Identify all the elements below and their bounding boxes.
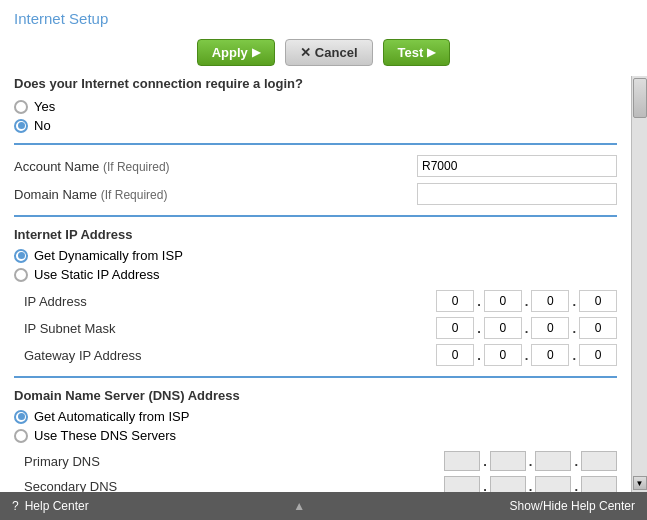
no-label: No: [34, 118, 51, 133]
scroll-area[interactable]: Does your Internet connection require a …: [0, 76, 631, 492]
gateway-octet-1[interactable]: [436, 344, 474, 366]
page-title: Internet Setup: [0, 0, 647, 33]
dns-auto-label[interactable]: Get Automatically from ISP: [14, 409, 617, 424]
account-section: Account Name (If Required) Domain Name (…: [14, 155, 617, 205]
show-hide-label: Show/Hide Help Center: [510, 499, 635, 513]
apply-label: Apply: [212, 45, 248, 60]
ip-section-title: Internet IP Address: [14, 227, 617, 242]
primary-dns-inputs: . . .: [444, 451, 617, 471]
subnet-inputs: . . .: [436, 317, 617, 339]
help-center-label: Help Center: [25, 499, 89, 513]
secondary-dns-octet-2[interactable]: [490, 476, 526, 492]
domain-name-row: Domain Name (If Required): [14, 183, 617, 205]
ip-octet-3[interactable]: [531, 290, 569, 312]
dns-manual-radio[interactable]: [14, 429, 28, 443]
ip-address-label: IP Address: [14, 294, 194, 309]
question-icon: ?: [12, 499, 19, 513]
divider-3: [14, 376, 617, 378]
subnet-octet-4[interactable]: [579, 317, 617, 339]
login-radio-group: Yes No: [14, 99, 617, 133]
subnet-octet-3[interactable]: [531, 317, 569, 339]
test-arrow-icon: ▶: [427, 46, 435, 59]
dns-auto-text: Get Automatically from ISP: [34, 409, 189, 424]
show-hide-help[interactable]: Show/Hide Help Center: [510, 499, 635, 513]
ip-octet-1[interactable]: [436, 290, 474, 312]
cancel-button[interactable]: ✕ Cancel: [285, 39, 373, 66]
divider-2: [14, 215, 617, 217]
dns-section: Domain Name Server (DNS) Address Get Aut…: [14, 388, 617, 492]
test-label: Test: [398, 45, 424, 60]
test-button[interactable]: Test ▶: [383, 39, 451, 66]
secondary-dns-octet-3[interactable]: [535, 476, 571, 492]
scrollbar[interactable]: ▼: [631, 76, 647, 492]
cancel-label: Cancel: [315, 45, 358, 60]
yes-radio[interactable]: [14, 100, 28, 114]
apply-arrow-icon: ▶: [252, 46, 260, 59]
secondary-dns-row: Secondary DNS . . .: [14, 476, 617, 492]
primary-dns-octet-4[interactable]: [581, 451, 617, 471]
ip-radio-group: Get Dynamically from ISP Use Static IP A…: [14, 248, 617, 282]
subnet-octet-2[interactable]: [484, 317, 522, 339]
primary-dns-row: Primary DNS . . .: [14, 451, 617, 471]
dns-manual-text: Use These DNS Servers: [34, 428, 176, 443]
primary-dns-octet-1[interactable]: [444, 451, 480, 471]
dynamic-radio-label[interactable]: Get Dynamically from ISP: [14, 248, 617, 263]
primary-dns-label: Primary DNS: [14, 454, 194, 469]
ip-section: Internet IP Address Get Dynamically from…: [14, 227, 617, 366]
toolbar: Apply ▶ ✕ Cancel Test ▶: [0, 33, 647, 76]
gateway-inputs: . . .: [436, 344, 617, 366]
gateway-octet-3[interactable]: [531, 344, 569, 366]
yes-label: Yes: [34, 99, 55, 114]
scroll-thumb[interactable]: [633, 78, 647, 118]
apply-button[interactable]: Apply ▶: [197, 39, 275, 66]
static-label: Use Static IP Address: [34, 267, 160, 282]
gateway-row: Gateway IP Address . . .: [14, 344, 617, 366]
primary-dns-octet-2[interactable]: [490, 451, 526, 471]
gateway-octet-4[interactable]: [579, 344, 617, 366]
dns-manual-label[interactable]: Use These DNS Servers: [14, 428, 617, 443]
login-section: Does your Internet connection require a …: [14, 76, 617, 133]
static-radio-label[interactable]: Use Static IP Address: [14, 267, 617, 282]
static-radio[interactable]: [14, 268, 28, 282]
divider-1: [14, 143, 617, 145]
up-arrow-icon: ▲: [293, 499, 305, 513]
subnet-label: IP Subnet Mask: [14, 321, 194, 336]
dns-radio-group: Get Automatically from ISP Use These DNS…: [14, 409, 617, 443]
ip-address-row: IP Address . . .: [14, 290, 617, 312]
domain-name-label: Domain Name (If Required): [14, 187, 214, 202]
dynamic-label: Get Dynamically from ISP: [34, 248, 183, 263]
scroll-down-button[interactable]: ▼: [633, 476, 647, 490]
dns-section-title: Domain Name Server (DNS) Address: [14, 388, 617, 403]
subnet-row: IP Subnet Mask . . .: [14, 317, 617, 339]
dns-auto-radio[interactable]: [14, 410, 28, 424]
gateway-label: Gateway IP Address: [14, 348, 194, 363]
ip-octet-2[interactable]: [484, 290, 522, 312]
secondary-dns-octet-4[interactable]: [581, 476, 617, 492]
dynamic-radio[interactable]: [14, 249, 28, 263]
ip-octet-4[interactable]: [579, 290, 617, 312]
no-radio[interactable]: [14, 119, 28, 133]
primary-dns-octet-3[interactable]: [535, 451, 571, 471]
login-question: Does your Internet connection require a …: [14, 76, 617, 91]
footer: ? Help Center ▲ Show/Hide Help Center: [0, 492, 647, 520]
footer-center: ▲: [89, 499, 510, 513]
account-name-row: Account Name (If Required): [14, 155, 617, 177]
no-radio-label[interactable]: No: [14, 118, 617, 133]
account-name-label: Account Name (If Required): [14, 159, 214, 174]
gateway-octet-2[interactable]: [484, 344, 522, 366]
cancel-x-icon: ✕: [300, 45, 311, 60]
account-name-input[interactable]: [417, 155, 617, 177]
domain-name-input[interactable]: [417, 183, 617, 205]
ip-address-inputs: . . .: [436, 290, 617, 312]
secondary-dns-octet-1[interactable]: [444, 476, 480, 492]
secondary-dns-inputs: . . .: [444, 476, 617, 492]
yes-radio-label[interactable]: Yes: [14, 99, 617, 114]
secondary-dns-label: Secondary DNS: [14, 479, 194, 493]
subnet-octet-1[interactable]: [436, 317, 474, 339]
help-center-link[interactable]: ? Help Center: [12, 499, 89, 513]
